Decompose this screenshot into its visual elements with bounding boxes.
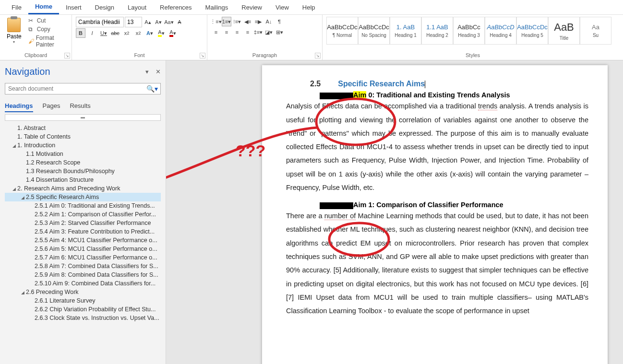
font-launcher[interactable]: ↘ bbox=[200, 53, 205, 59]
style-su[interactable]: AaSu bbox=[580, 17, 611, 45]
nav-item[interactable]: 2.5.8 Aim 7: Combined Data Classifiers f… bbox=[5, 262, 161, 270]
menu-references[interactable]: References bbox=[153, 1, 198, 14]
nav-item[interactable]: 2.5.7 Aim 6: MCU1 Classifier Performance… bbox=[5, 253, 161, 262]
font-color-button[interactable]: A▾ bbox=[168, 28, 178, 38]
style-heading-1[interactable]: 1. AaBHeading 1 bbox=[390, 17, 421, 45]
borders-button[interactable]: ⊞▾ bbox=[275, 27, 284, 37]
copy-button[interactable]: ⧉Copy bbox=[26, 25, 68, 33]
nav-item[interactable]: 2.5.9 Aim 8: Combined Data Classifiers f… bbox=[5, 270, 161, 279]
nav-item[interactable]: 2.5.2 Aim 1: Comparison of Classifier Pe… bbox=[5, 210, 161, 219]
menu-design[interactable]: Design bbox=[88, 1, 121, 14]
shrink-font-button[interactable]: A▾ bbox=[154, 17, 163, 27]
style-heading-3[interactable]: AaBbCcHeading 3 bbox=[453, 17, 485, 45]
heading-3-aim1[interactable]: Aim 1: Comparison of Classifier Performa… bbox=[310, 201, 588, 209]
clipboard-launcher[interactable]: ↘ bbox=[64, 53, 70, 59]
nav-item[interactable]: 1. Abstract bbox=[5, 124, 161, 132]
navigation-pane: Navigation ▾ ✕ 🔍▾ HeadingsPagesResults ▬… bbox=[0, 60, 166, 364]
align-left-button[interactable]: ≡ bbox=[211, 27, 221, 37]
redacted-text bbox=[320, 202, 353, 209]
style-heading-2[interactable]: 1.1 AaBHeading 2 bbox=[421, 17, 453, 45]
align-center-button[interactable]: ≡ bbox=[222, 27, 231, 37]
nav-tab-pages[interactable]: Pages bbox=[43, 100, 60, 112]
nav-item[interactable]: 2.5.1 Aim 0: Traditional and Existing Tr… bbox=[5, 201, 161, 210]
line-spacing-button[interactable]: ‡≡▾ bbox=[253, 27, 263, 37]
body-paragraph-2[interactable]: There are a number of Machine Learning m… bbox=[286, 209, 588, 317]
nav-item[interactable]: ◢2. Research Aims and Preceding Work bbox=[5, 184, 161, 193]
align-right-button[interactable]: ≡ bbox=[232, 27, 242, 37]
nav-item[interactable]: ◢2.5 Specific Research Aims bbox=[5, 193, 161, 201]
nav-item[interactable]: 1.4 Dissertation Structure bbox=[5, 176, 161, 184]
highlight-button[interactable]: A▾ bbox=[156, 28, 166, 38]
menu-home[interactable]: Home bbox=[28, 0, 59, 14]
grow-font-button[interactable]: A▴ bbox=[143, 17, 153, 27]
style-title[interactable]: AaBTitle bbox=[548, 17, 580, 45]
collapse-all-button[interactable]: ▬ bbox=[5, 114, 161, 121]
clipboard-icon bbox=[7, 18, 21, 32]
search-input[interactable] bbox=[5, 83, 161, 94]
change-case-button[interactable]: Aa▾ bbox=[164, 17, 174, 27]
nav-item[interactable]: 1.1 Motivation bbox=[5, 150, 161, 158]
copy-icon: ⧉ bbox=[28, 26, 35, 33]
nav-item[interactable]: 2.5.5 Aim 4: MCU1 Classifier Performance… bbox=[5, 236, 161, 245]
nav-item[interactable]: 2.6.2 Chip Variation Probability of Effe… bbox=[5, 305, 161, 314]
shading-button[interactable]: ◪▾ bbox=[264, 27, 274, 37]
increase-indent-button[interactable]: ≡▶ bbox=[253, 17, 263, 26]
menu-mailings[interactable]: Mailings bbox=[199, 1, 235, 14]
superscript-button[interactable]: x2 bbox=[133, 28, 143, 38]
multilevel-button[interactable]: ⁝≡▾ bbox=[232, 17, 242, 26]
bold-button[interactable]: B bbox=[76, 28, 85, 38]
sort-button[interactable]: A↓ bbox=[264, 17, 274, 26]
style-no-spacing[interactable]: AaBbCcDcNo Spacing bbox=[358, 17, 390, 45]
cut-button[interactable]: ✂Cut bbox=[26, 17, 68, 24]
menu-help[interactable]: Help bbox=[296, 1, 322, 14]
nav-item[interactable]: 2.5.3 Aim 2: Starved Classifier Performa… bbox=[5, 219, 161, 227]
style--normal[interactable]: AaBbCcDc¶ Normal bbox=[326, 17, 358, 45]
menu-file[interactable]: File bbox=[5, 1, 28, 14]
nav-item[interactable]: ◢2.6 Preceding Work bbox=[5, 288, 161, 296]
text-effects-button[interactable]: A▾ bbox=[145, 28, 155, 38]
style-heading-5[interactable]: AaBbCcDcHeading 5 bbox=[516, 17, 548, 45]
clear-format-button[interactable]: A bbox=[175, 17, 184, 27]
style-heading-4[interactable]: AaBbCcDHeading 4 bbox=[485, 17, 516, 45]
menu-view[interactable]: View bbox=[269, 1, 296, 14]
italic-button[interactable]: I bbox=[87, 28, 97, 38]
font-name-input[interactable] bbox=[76, 17, 124, 27]
paste-button[interactable]: Paste ▾ bbox=[4, 17, 24, 45]
nav-dropdown-button[interactable]: ▾ bbox=[145, 68, 149, 75]
decrease-indent-button[interactable]: ◀≡ bbox=[243, 17, 252, 26]
strike-button[interactable]: abc bbox=[110, 28, 120, 38]
menu-insert[interactable]: Insert bbox=[59, 1, 88, 14]
nav-item[interactable]: 2.6.3 Clock State vs. Instruction vs. Up… bbox=[5, 314, 161, 322]
ribbon: Paste ▾ ✂Cut ⧉Copy 🖌Format Painter Clipb… bbox=[0, 15, 623, 60]
justify-button[interactable]: ≡ bbox=[243, 27, 252, 37]
nav-item[interactable]: ◢1. Introduction bbox=[5, 141, 161, 150]
nav-item[interactable]: 2.5.10 Aim 9: Combined Data Classifiers … bbox=[5, 279, 161, 288]
bullets-button[interactable]: ⋮≡▾ bbox=[211, 17, 221, 26]
body-paragraph-1[interactable]: Analysis of Effects data can be accompli… bbox=[286, 99, 588, 194]
nav-tab-results[interactable]: Results bbox=[70, 100, 90, 112]
menu-review[interactable]: Review bbox=[235, 1, 269, 14]
heading-3-aim0[interactable]: Aim 0: Traditional and Existing Trends A… bbox=[310, 91, 588, 99]
font-size-input[interactable] bbox=[125, 17, 142, 27]
nav-close-button[interactable]: ✕ bbox=[156, 68, 161, 75]
nav-item[interactable]: 1.3 Research Bounds/Philosophy bbox=[5, 167, 161, 176]
nav-item[interactable]: 2.6.1 Literature Survey bbox=[5, 296, 161, 305]
nav-tab-headings[interactable]: Headings bbox=[5, 100, 33, 112]
paragraph-launcher[interactable]: ↘ bbox=[315, 53, 321, 59]
numbering-button[interactable]: 1≡▾ bbox=[222, 17, 231, 26]
navigation-title: Navigation bbox=[5, 66, 50, 77]
heading-2[interactable]: 2.5Specific Research Aims bbox=[310, 80, 588, 88]
show-marks-button[interactable]: ¶ bbox=[275, 17, 284, 26]
nav-item[interactable]: 2.5.4 Aim 3: Feature Contribution to Pre… bbox=[5, 227, 161, 236]
nav-item[interactable]: 1.2 Research Scope bbox=[5, 158, 161, 167]
menu-layout[interactable]: Layout bbox=[121, 1, 153, 14]
group-label-styles: Styles bbox=[326, 51, 619, 59]
subscript-button[interactable]: x2 bbox=[122, 28, 132, 38]
nav-item[interactable]: 2.5.6 Aim 5: MCU1 Classifier Performance… bbox=[5, 245, 161, 253]
document-area[interactable]: 2.5Specific Research Aims Aim 0: Traditi… bbox=[166, 60, 623, 364]
nav-item[interactable]: 1. Table of Contents bbox=[5, 132, 161, 141]
ribbon-group-styles: AaBbCcDc¶ NormalAaBbCcDcNo Spacing1. AaB… bbox=[323, 15, 623, 60]
format-painter-button[interactable]: 🖌Format Painter bbox=[26, 34, 68, 48]
underline-button[interactable]: U ▾ bbox=[99, 28, 108, 38]
search-icon[interactable]: 🔍▾ bbox=[146, 85, 158, 93]
